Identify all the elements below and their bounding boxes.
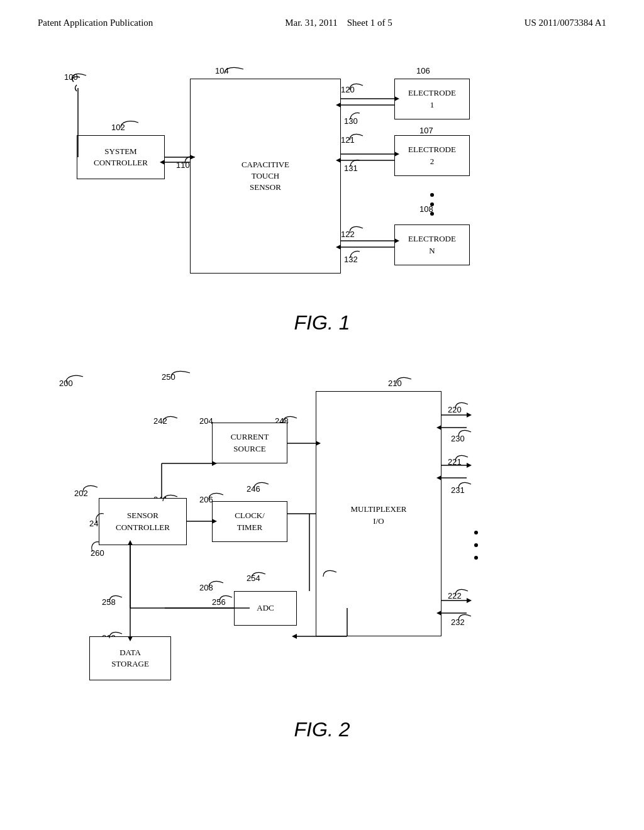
clock-timer-box: CLOCK/TIMER [212, 501, 287, 542]
ref-256: 256 [212, 597, 226, 607]
header-date: Mar. 31, 2011 [285, 18, 338, 28]
ref-200: 200 [59, 379, 73, 388]
capacitive-touch-sensor-box: CAPACITIVETOUCHSENSOR [190, 79, 341, 274]
electrodeN-label: ELECTRODEN [408, 233, 456, 256]
header-left: Patent Application Publication [38, 18, 153, 28]
current-source-box: CURRENTSOURCE [212, 423, 287, 463]
svg-point-43 [474, 556, 478, 560]
page-header: Patent Application Publication Mar. 31, … [0, 0, 644, 35]
svg-marker-34 [467, 463, 472, 468]
sensor-controller-label: SENSORCONTROLLER [116, 510, 170, 533]
ref-130: 130 [344, 116, 358, 126]
svg-point-17 [430, 193, 434, 197]
clock-timer-label: CLOCK/TIMER [235, 510, 265, 533]
ref-220: 220 [448, 405, 462, 414]
svg-marker-52 [292, 634, 297, 639]
multiplexer-label-area: MULTIPLEXERI/O [325, 492, 432, 539]
header-sheet: Sheet 1 of 5 [347, 18, 392, 28]
ref-122: 122 [341, 230, 355, 239]
ref-202: 202 [74, 489, 88, 498]
ref-208: 208 [199, 583, 213, 592]
ref-221: 221 [448, 457, 462, 467]
electrode2-label: ELECTRODE2 [408, 144, 456, 167]
svg-marker-30 [467, 412, 472, 418]
ref-210: 210 [388, 379, 402, 388]
ref-132: 132 [344, 255, 358, 264]
ref-258: 258 [102, 597, 116, 607]
capacitive-touch-sensor-label: CAPACITIVETOUCHSENSOR [242, 159, 289, 194]
ref-206: 206 [199, 495, 213, 504]
sensor-controller-box: SENSORCONTROLLER [99, 498, 187, 545]
multiplexer-label: MULTIPLEXERI/O [350, 504, 406, 526]
ref-246: 246 [247, 484, 260, 494]
system-controller-box: SYSTEMCONTROLLER [77, 135, 165, 179]
svg-point-42 [474, 543, 478, 547]
ref-102: 102 [111, 123, 125, 132]
ref-222: 222 [448, 591, 462, 600]
electrodeN-box: ELECTRODEN [394, 224, 470, 265]
ref-121: 121 [341, 135, 355, 145]
fig2-diagram: 200 202 204 206 208 210 212 220 221 222 … [39, 360, 605, 712]
fig2-label: FIG. 2 [0, 718, 644, 741]
svg-marker-38 [467, 598, 472, 603]
ref-231: 231 [451, 485, 465, 495]
adc-box: ADC [234, 591, 297, 626]
ref-204: 204 [199, 416, 213, 426]
header-center: Mar. 31, 2011 Sheet 1 of 5 [285, 18, 392, 28]
fig1-label: FIG. 1 [0, 311, 644, 335]
ref-131: 131 [344, 163, 358, 173]
ref-254: 254 [247, 573, 260, 583]
electrode2-box: ELECTRODE2 [394, 135, 470, 176]
current-source-label: CURRENTSOURCE [231, 431, 269, 454]
ref-104: 104 [215, 66, 229, 75]
adc-label: ADC [257, 602, 274, 614]
fig1-diagram: 100 102 104 106 107 108 110 120 121 122 … [39, 53, 605, 305]
electrode1-box: ELECTRODE1 [394, 79, 470, 119]
data-storage-label: DATASTORAGE [111, 647, 149, 670]
ref-242: 242 [153, 416, 167, 426]
ref-106: 106 [416, 66, 430, 75]
ref-100: 100 [64, 72, 78, 82]
ref-260: 260 [91, 548, 104, 558]
ref-108: 108 [419, 204, 433, 214]
electrode1-label: ELECTRODE1 [408, 87, 456, 110]
ref-110: 110 [176, 160, 190, 170]
ref-250: 250 [162, 372, 175, 382]
ref-107: 107 [419, 126, 433, 135]
system-controller-label: SYSTEMCONTROLLER [94, 146, 148, 169]
data-storage-box: DATASTORAGE [89, 636, 171, 680]
header-right: US 2011/0073384 A1 [525, 18, 606, 28]
ref-120: 120 [341, 85, 355, 94]
ref-232: 232 [451, 617, 465, 627]
ref-230: 230 [451, 434, 465, 443]
svg-point-41 [474, 531, 478, 534]
